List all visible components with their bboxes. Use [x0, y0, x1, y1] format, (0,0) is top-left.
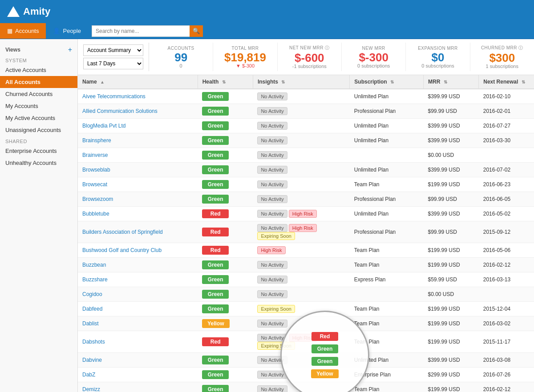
account-link[interactable]: Dabfeed [82, 306, 102, 312]
cell-renewal: 2016-03-13 [479, 272, 534, 287]
health-badge: Red [202, 337, 229, 346]
health-badge: Yellow [202, 319, 229, 328]
account-link[interactable]: Browsecat [82, 181, 107, 188]
sidebar-item-active-accounts[interactable]: Active Accounts [0, 64, 77, 76]
cell-name: Dablist [78, 316, 198, 331]
account-link[interactable]: Buzzshare [82, 276, 108, 283]
cell-insights: No Activity [253, 104, 349, 119]
col-header-health[interactable]: Health ⇅ [198, 75, 253, 89]
sidebar-item-enterprise-accounts[interactable]: Enterprise Accounts [0, 145, 77, 157]
people-tab[interactable]: 👤 People [46, 23, 88, 39]
cell-subscription: Professional Plan [350, 192, 424, 207]
tooltip-badge-green2: Green [312, 357, 338, 366]
account-link[interactable]: Dablist [82, 320, 99, 327]
cell-insights: No Activity [253, 89, 349, 104]
health-badge: Green [202, 180, 229, 189]
cell-name: Bushwood Golf and Country Club [78, 243, 198, 258]
col-header-renewal[interactable]: Next Renewal ⇅ [479, 75, 534, 89]
cell-renewal: 2015-09-12 [479, 221, 534, 243]
account-link[interactable]: Builders Association of Springfield [82, 229, 163, 235]
metric-new-mrr-sub: 0 subscriptions [357, 63, 390, 68]
account-link[interactable]: Brainverse [82, 152, 108, 158]
cell-health: Green [198, 119, 253, 133]
insight-tag: No Activity [257, 210, 287, 218]
sidebar-item-my-active-accounts[interactable]: My Active Accounts [0, 112, 77, 124]
health-badge: Red [202, 209, 229, 218]
cell-health: Green [198, 89, 253, 104]
sidebar-item-all-accounts[interactable]: All Accounts [0, 76, 77, 88]
metric-expansion-mrr-value: $0 [432, 52, 445, 63]
health-badge: Green [202, 92, 229, 101]
people-label: People [63, 28, 81, 34]
cell-mrr: $199.99 USD [424, 302, 479, 316]
cell-mrr: $199.99 USD [424, 382, 479, 392]
search-input[interactable] [92, 25, 190, 37]
table-row: Builders Association of SpringfieldRedNo… [78, 221, 534, 243]
search-button[interactable]: 🔍 [190, 25, 203, 37]
tooltip-badge-red: Red [312, 332, 338, 341]
health-badge: Green [202, 151, 229, 160]
insight-tag: No Activity [257, 261, 287, 269]
account-link[interactable]: Browsezoom [82, 196, 113, 202]
insight-tag: No Activity [257, 136, 287, 144]
account-link[interactable]: BlogMedia Pvt Ltd [82, 123, 125, 129]
table-row: BuzzshareGreenNo ActivityExpress Plan$59… [78, 272, 534, 287]
date-selector[interactable]: Last 7 Days Last 30 Days Last 90 Days [83, 58, 143, 69]
account-link[interactable]: Aivee Telecommunications [82, 93, 146, 100]
sidebar-views-header: Views + [0, 44, 77, 55]
cell-subscription: Unlimited Plan [350, 207, 424, 221]
account-link[interactable]: Bushwood Golf and Country Club [82, 247, 162, 253]
health-badge: Green [202, 370, 229, 379]
account-link[interactable]: Allied Communication Solutions [82, 108, 158, 114]
cell-subscription: Team Plan [350, 243, 424, 258]
account-link[interactable]: Cogidoo [82, 291, 102, 297]
accounts-tab[interactable]: ▦ Accounts [0, 23, 46, 39]
sidebar-item-unhealthy-accounts[interactable]: Unhealthy Accounts [0, 157, 77, 169]
cell-renewal: 2016-03-02 [479, 316, 534, 331]
account-link[interactable]: Browseblab [82, 167, 110, 173]
insight-tag: No Activity [257, 92, 287, 100]
table-row: BrainsphereGreenNo ActivityUnlimited Pla… [78, 133, 534, 148]
account-link[interactable]: Demizz [82, 386, 100, 392]
cell-name: Cogidoo [78, 287, 198, 302]
account-link[interactable]: Bubbletube [82, 211, 109, 217]
cell-mrr: $99.99 USD [424, 192, 479, 207]
account-link[interactable]: Buzzbean [82, 262, 106, 268]
health-badge: Green [202, 275, 229, 284]
sidebar-item-my-accounts[interactable]: My Accounts [0, 100, 77, 112]
col-header-name[interactable]: Name ▲ [78, 75, 198, 89]
sidebar-item-unassigned-accounts[interactable]: Unassigned Accounts [0, 124, 77, 136]
sidebar-item-churned-accounts[interactable]: Churned Accounts [0, 88, 77, 100]
cell-renewal: 2016-02-10 [479, 89, 534, 104]
cell-insights: No ActivityHigh Risk [253, 207, 349, 221]
col-header-subscription[interactable]: Subscription ⇅ [350, 75, 424, 89]
metric-new-mrr: NEW MRR $-300 0 subscriptions [342, 43, 406, 71]
account-link[interactable]: Dabshots [82, 339, 105, 345]
metric-new-mrr-label: NEW MRR [362, 46, 385, 51]
cell-subscription: Unlimited Plan [350, 133, 424, 148]
account-link[interactable]: Dabvine [82, 357, 102, 363]
cell-mrr: $399.99 USD [424, 89, 479, 104]
metric-new-mrr-value: $-300 [359, 52, 388, 63]
cell-renewal: 2016-07-02 [479, 163, 534, 177]
cell-renewal: 2015-11-17 [479, 331, 534, 353]
account-link[interactable]: Brainsphere [82, 137, 111, 144]
cell-renewal [479, 287, 534, 302]
health-badge: Green [202, 304, 229, 313]
insight-tag: Expiring Soon [257, 232, 295, 240]
cell-name: Allied Communication Solutions [78, 104, 198, 119]
view-selector[interactable]: Account Summary Revenue Summary [83, 44, 143, 56]
account-link[interactable]: DabZ [82, 372, 95, 378]
col-header-mrr[interactable]: MRR ⇅ [424, 75, 479, 89]
add-view-button[interactable]: + [68, 46, 72, 53]
cell-health: Red [198, 207, 253, 221]
metric-total-mrr-label: TOTAL MRR [232, 46, 259, 51]
tooltip-badge-green: Green [312, 344, 338, 353]
insight-tag: No Activity [257, 224, 287, 232]
cell-insights: No Activity [253, 119, 349, 133]
cell-name: Browseblab [78, 163, 198, 177]
col-header-insights[interactable]: Insights ⇅ [253, 75, 349, 89]
cell-renewal: 2016-05-06 [479, 243, 534, 258]
cell-subscription: Express Plan [350, 272, 424, 287]
cell-name: Dabvine [78, 353, 198, 368]
